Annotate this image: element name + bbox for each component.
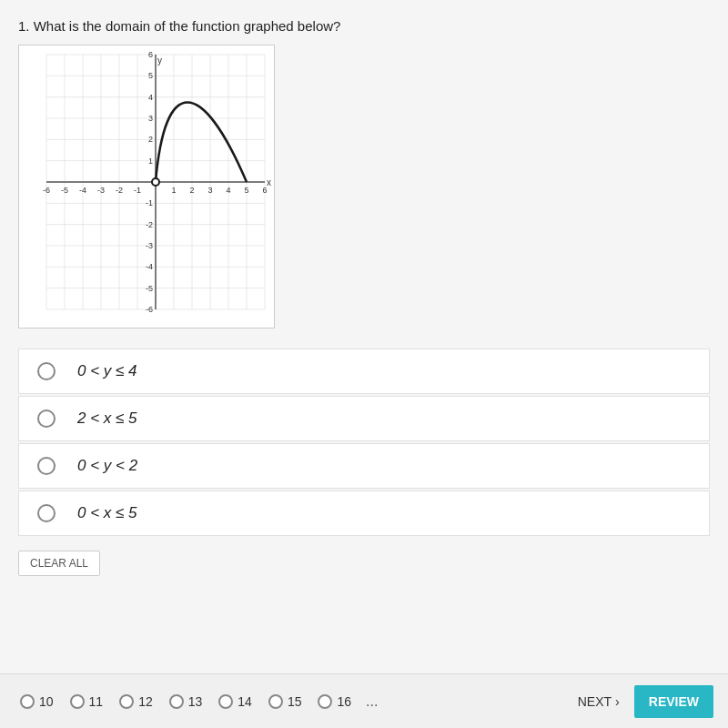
page-num-10: 10 xyxy=(39,694,54,709)
page-btn-11[interactable]: 11 xyxy=(65,691,109,713)
page-radio-14 xyxy=(218,694,233,709)
main-content: 1. What is the domain of the function gr… xyxy=(0,0,728,673)
page-btn-15[interactable]: 15 xyxy=(263,691,308,713)
page-radio-11 xyxy=(70,694,85,709)
clear-all-button[interactable]: CLEAR ALL xyxy=(18,551,100,576)
page-radio-12 xyxy=(119,694,134,709)
graph-canvas xyxy=(19,46,274,328)
graph-container xyxy=(18,45,275,329)
page-num-15: 15 xyxy=(288,694,302,709)
page-radio-13 xyxy=(169,694,184,709)
page-radio-16 xyxy=(318,694,332,709)
question-text: 1. What is the domain of the function gr… xyxy=(18,18,710,34)
option-label-d: 0 < x ≤ 5 xyxy=(77,504,137,522)
option-row-d[interactable]: 0 < x ≤ 5 xyxy=(18,490,710,536)
page-btn-10[interactable]: 10 xyxy=(15,691,59,713)
option-row-b[interactable]: 2 < x ≤ 5 xyxy=(18,396,710,441)
nav-dots: ... xyxy=(366,693,378,710)
answer-options: 0 < y ≤ 4 2 < x ≤ 5 0 < y < 2 0 < x ≤ 5 xyxy=(18,349,710,536)
radio-c[interactable] xyxy=(37,457,56,475)
option-label-c: 0 < y < 2 xyxy=(77,457,137,475)
review-button[interactable]: REVIEW xyxy=(634,685,713,718)
radio-b[interactable] xyxy=(37,410,56,428)
page-btn-12[interactable]: 12 xyxy=(114,691,158,713)
option-row-c[interactable]: 0 < y < 2 xyxy=(18,443,710,489)
page-num-16: 16 xyxy=(337,694,351,709)
option-label-b: 2 < x ≤ 5 xyxy=(77,410,137,428)
page-radio-15 xyxy=(268,694,283,709)
page-radio-10 xyxy=(20,694,35,709)
radio-d[interactable] xyxy=(37,504,56,522)
option-label-a: 0 < y ≤ 4 xyxy=(77,362,137,380)
next-chevron-icon: › xyxy=(615,694,620,709)
page-btn-13[interactable]: 13 xyxy=(164,691,208,713)
bottom-bar: 10 11 12 13 14 15 16 ... NEXT › REVIEW xyxy=(0,673,728,728)
page-num-14: 14 xyxy=(238,694,252,709)
radio-a[interactable] xyxy=(37,362,56,380)
next-button[interactable]: NEXT › xyxy=(569,689,629,714)
page-btn-14[interactable]: 14 xyxy=(213,691,258,713)
page-num-13: 13 xyxy=(188,694,203,709)
page-num-12: 12 xyxy=(138,694,153,709)
page-num-11: 11 xyxy=(89,694,104,709)
page-btn-16[interactable]: 16 xyxy=(312,691,357,713)
option-row-a[interactable]: 0 < y ≤ 4 xyxy=(18,349,710,394)
